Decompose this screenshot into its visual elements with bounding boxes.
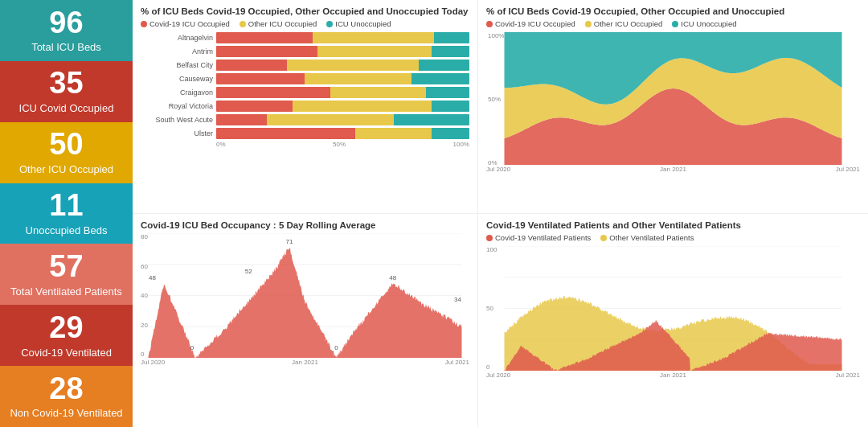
bar-container: [216, 101, 469, 112]
legend-dot: [486, 21, 493, 27]
bottom-right-legend: Covid-19 Ventilated PatientsOther Ventil…: [486, 233, 860, 242]
legend-label: Other Ventilated Patients: [609, 233, 694, 242]
svg-text:34: 34: [454, 296, 461, 303]
bar-chart: Altnagelvin Antrim Belfast City Causeway…: [141, 32, 469, 139]
x-axis-label: Jul 2020: [486, 372, 510, 379]
top-left-title: % of ICU Beds Covid-19 Occupied, Other O…: [141, 6, 469, 16]
x-axis-labels: Jul 2020Jan 2021Jul 2021: [141, 359, 469, 366]
x-axis-label: Jul 2021: [445, 359, 469, 366]
svg-text:0: 0: [334, 344, 338, 351]
legend-dot: [672, 21, 678, 27]
bar-seg-covid: [216, 114, 267, 125]
stat-card-other-icu: 50 Other ICU Occupied: [0, 122, 133, 183]
y-axis-label: 0%: [488, 159, 504, 166]
legend-item: Covid-19 ICU Occupied: [141, 19, 230, 28]
legend-label: Covid-19 ICU Occupied: [149, 19, 230, 28]
bar-seg-other: [305, 73, 411, 84]
stat-label: ICU Covid Occupied: [14, 101, 119, 116]
svg-text:48: 48: [149, 274, 156, 281]
bar-seg-unoccupied: [432, 128, 469, 139]
x-axis-label: Jan 2021: [660, 372, 686, 379]
bar-seg-unoccupied: [394, 114, 470, 125]
legend-dot: [486, 235, 493, 241]
stat-number: 35: [49, 67, 83, 101]
x-axis-labels: Jul 2020Jan 2021Jul 2021: [486, 372, 860, 379]
bar-row: Craigavon: [141, 87, 469, 98]
bar-seg-covid: [216, 46, 317, 57]
bar-seg-covid: [216, 101, 293, 112]
svg-text:71: 71: [286, 238, 293, 245]
stat-label: Covid-19 Ventilated: [16, 345, 117, 360]
legend-label: ICU Unoccupied: [681, 19, 736, 28]
x-axis-label: Jul 2021: [836, 166, 860, 173]
sidebar: 96 Total ICU Beds 35 ICU Covid Occupied …: [0, 0, 133, 427]
bar-label: Craigavon: [141, 88, 213, 96]
top-right-legend: Covid-19 ICU OccupiedOther ICU OccupiedI…: [486, 19, 860, 28]
top-left-panel: % of ICU Beds Covid-19 Occupied, Other O…: [133, 0, 478, 213]
bar-seg-covid: [216, 128, 355, 139]
legend-item: Other ICU Occupied: [585, 19, 663, 28]
bar-label: Ulster: [141, 129, 213, 138]
bar-seg-unoccupied: [434, 32, 469, 43]
legend-item: Other ICU Occupied: [240, 19, 317, 28]
legend-item: ICU Unoccupied: [672, 19, 736, 28]
stat-number: 96: [49, 6, 83, 40]
stat-card-covid-vent: 29 Covid-19 Ventilated: [0, 305, 133, 366]
bar-seg-other: [355, 128, 432, 139]
top-right-panel: % of ICU Beds Covid-19 Occupied, Other O…: [478, 0, 868, 213]
legend-dot: [600, 235, 607, 241]
legend-item: Covid-19 Ventilated Patients: [486, 233, 591, 242]
bar-seg-covid: [216, 32, 313, 43]
bar-seg-other: [287, 60, 419, 71]
svg-text:52: 52: [245, 268, 252, 275]
bar-container: [216, 87, 469, 98]
stat-number: 11: [49, 189, 83, 223]
bar-container: [216, 114, 469, 125]
x-axis-label: Jul 2020: [141, 359, 165, 366]
x-axis-label: Jan 2021: [660, 166, 686, 173]
bar-seg-other: [330, 87, 427, 98]
x-axis-labels: Jul 2020Jan 2021Jul 2021: [486, 166, 860, 173]
stat-label: Total ICU Beds: [27, 39, 106, 55]
x-axis-label: Jul 2020: [486, 166, 510, 173]
legend-item: Other Ventilated Patients: [600, 233, 694, 242]
stat-card-total-icu: 96 Total ICU Beds: [0, 0, 133, 61]
bar-axis: 0%50%100%: [216, 141, 469, 148]
bottom-left-panel: Covid-19 ICU Bed Occupancy : 5 Day Rolli…: [133, 214, 478, 427]
svg-text:48: 48: [389, 274, 396, 281]
bar-row: South West Acute: [141, 114, 469, 125]
bar-container: [216, 128, 469, 139]
legend-label: ICU Unoccupied: [335, 19, 391, 28]
bar-label: Altnagelvin: [141, 34, 213, 42]
bar-seg-unoccupied: [432, 101, 469, 112]
bar-label: Causeway: [141, 75, 213, 83]
legend-dot: [240, 21, 246, 27]
axis-label: 100%: [453, 141, 469, 148]
bar-seg-other: [317, 46, 432, 57]
bar-seg-covid: [216, 73, 305, 84]
legend-item: ICU Unoccupied: [326, 19, 391, 28]
y-axis-label: 100%: [488, 32, 504, 39]
bar-row: Altnagelvin: [141, 32, 469, 43]
stat-number: 57: [49, 250, 83, 284]
axis-label: 50%: [333, 141, 346, 148]
bottom-right-panel: Covid-19 Ventilated Patients and Other V…: [478, 214, 868, 427]
stat-number: 29: [49, 311, 83, 345]
bar-seg-other: [313, 32, 434, 43]
bar-container: [216, 60, 469, 71]
svg-text:0: 0: [190, 344, 194, 351]
bar-container: [216, 73, 469, 84]
bottom-left-title: Covid-19 ICU Bed Occupancy : 5 Day Rolli…: [141, 220, 469, 230]
bar-seg-covid: [216, 87, 330, 98]
bar-seg-other: [293, 101, 432, 112]
bar-seg-unoccupied: [411, 73, 469, 84]
stat-label: Unoccupied Beds: [21, 223, 113, 238]
top-right-title: % of ICU Beds Covid-19 Occupied, Other O…: [486, 6, 860, 16]
bar-container: [216, 46, 469, 57]
stat-card-icu-covid: 35 ICU Covid Occupied: [0, 61, 133, 122]
bar-seg-covid: [216, 60, 287, 71]
stat-card-non-covid-vent: 28 Non Covid-19 Ventilated: [0, 366, 133, 427]
legend-dot: [141, 21, 147, 27]
top-left-legend: Covid-19 ICU OccupiedOther ICU OccupiedI…: [141, 19, 469, 28]
bar-row: Belfast City: [141, 60, 469, 71]
